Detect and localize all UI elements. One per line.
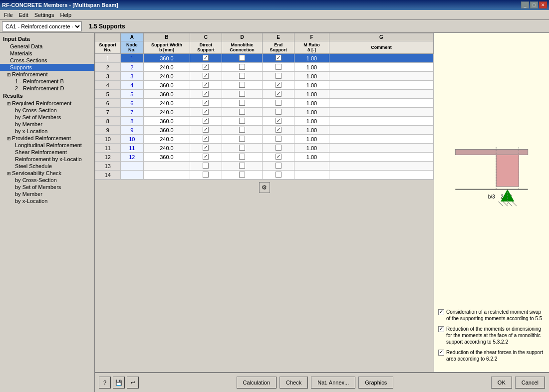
close-button[interactable]: ✕ bbox=[539, 1, 547, 8]
sidebar-item-svc-by-set[interactable]: by Set of Members bbox=[0, 184, 94, 191]
svg-rect-0 bbox=[455, 149, 528, 155]
col-header-f: F bbox=[294, 33, 329, 41]
table-row[interactable]: 11360.01.00 bbox=[95, 54, 434, 63]
svg-line-9 bbox=[503, 201, 508, 206]
sidebar-item-supports[interactable]: Supports bbox=[0, 64, 94, 71]
option-row-3: Reduction of the shear forces in the sup… bbox=[438, 349, 545, 362]
col-subheader-comment: Comment bbox=[329, 41, 433, 54]
table-row[interactable]: 77240.01.00 bbox=[95, 108, 434, 117]
option-row-1: Consideration of a restricted moment swa… bbox=[438, 309, 545, 322]
sidebar-item-provided-reinforcement[interactable]: ⊞Provided Reinforcement bbox=[0, 135, 94, 142]
sidebar-item-reinforcement-b[interactable]: 1 - Reinforcement B bbox=[0, 78, 94, 85]
option-checkbox-1[interactable] bbox=[438, 309, 444, 315]
settings-icon-bar: ⚙ bbox=[95, 180, 434, 195]
table-row[interactable]: 1111240.01.00 bbox=[95, 144, 434, 153]
bottom-bar: ? 💾 ↩ Calculation Check Nat. Annex... Gr… bbox=[95, 372, 549, 392]
option-checkbox-2[interactable] bbox=[438, 326, 444, 332]
window-title: RF-CONCRETE Members - [Multispan Beam] bbox=[2, 2, 118, 8]
table-row[interactable]: 44360.01.00 bbox=[95, 81, 434, 90]
option-text-1: Consideration of a restricted moment swa… bbox=[446, 309, 545, 322]
sidebar-item-required-reinforcement[interactable]: ⊞Required Reinforcement bbox=[0, 100, 94, 107]
table-row[interactable]: 1212360.01.00 bbox=[95, 153, 434, 162]
table-row[interactable]: 55360.01.00 bbox=[95, 90, 434, 99]
support-diagram: b/3 2·b/3 bbox=[438, 37, 545, 307]
sidebar-item-req-by-cross[interactable]: by Cross-Section bbox=[0, 107, 94, 114]
table-settings-button[interactable]: ⚙ bbox=[259, 182, 270, 193]
col-subheader-monolithic: MonolithicConnection bbox=[222, 41, 262, 54]
table-row[interactable]: 33240.01.00 bbox=[95, 72, 434, 81]
menu-file[interactable]: File bbox=[1, 11, 16, 18]
options-panel: Consideration of a restricted moment swa… bbox=[438, 307, 545, 368]
option-text-2: Reduction of the moments or dimensioning… bbox=[446, 326, 545, 345]
col-header-a2: A bbox=[120, 33, 143, 41]
toolbar: CA1 - Reinforced concrete desi 1.5 Suppo… bbox=[0, 20, 549, 33]
table-row[interactable]: 22240.01.00 bbox=[95, 63, 434, 72]
col-subheader-no: SupportNo. bbox=[95, 41, 121, 54]
table-container[interactable]: A B C D E F G SupportNo. NodeNo. bbox=[95, 33, 434, 372]
sidebar-item-svc-by-x[interactable]: by x-Location bbox=[0, 197, 94, 204]
section-title: 1.5 Supports bbox=[84, 23, 125, 30]
col-header-d: D bbox=[222, 33, 262, 41]
help-icon-button[interactable]: ? bbox=[99, 377, 111, 389]
sidebar-item-serviceability[interactable]: ⊞Serviceability Check bbox=[0, 170, 94, 177]
sidebar-item-general-data[interactable]: General Data bbox=[0, 43, 94, 50]
nat-annex-button[interactable]: Nat. Annex... bbox=[311, 377, 355, 389]
cancel-button[interactable]: Cancel bbox=[515, 377, 545, 389]
sidebar-item-longitudinal[interactable]: Longitudinal Reinforcement bbox=[0, 142, 94, 149]
svg-rect-1 bbox=[496, 155, 519, 187]
menu-edit[interactable]: Edit bbox=[16, 11, 31, 18]
col-subheader-node: NodeNo. bbox=[120, 41, 143, 54]
svg-line-8 bbox=[499, 201, 503, 206]
main-window: CA1 - Reinforced concrete desi 1.5 Suppo… bbox=[0, 20, 549, 392]
ok-button[interactable]: OK bbox=[491, 377, 512, 389]
col-header-b: B bbox=[144, 33, 190, 41]
sidebar-item-req-by-member[interactable]: by Member bbox=[0, 121, 94, 128]
case-dropdown[interactable]: CA1 - Reinforced concrete desi bbox=[2, 21, 82, 31]
option-row-2: Reduction of the moments or dimensioning… bbox=[438, 326, 545, 345]
menu-settings[interactable]: Settings bbox=[31, 11, 57, 18]
col-header-a bbox=[95, 33, 121, 41]
calculation-button[interactable]: Calculation bbox=[237, 377, 276, 389]
save-button[interactable]: 💾 bbox=[113, 377, 125, 389]
minimize-button[interactable]: _ bbox=[521, 1, 529, 8]
sidebar-item-shear[interactable]: Shear Reinforcement bbox=[0, 149, 94, 156]
menu-bar: File Edit Settings Help bbox=[0, 10, 549, 20]
svg-text:b/3: b/3 bbox=[488, 194, 495, 199]
support-svg: b/3 2·b/3 bbox=[447, 122, 537, 222]
undo-button[interactable]: ↩ bbox=[127, 377, 139, 389]
table-row[interactable]: 88360.01.00 bbox=[95, 117, 434, 126]
window-controls: _ □ ✕ bbox=[521, 1, 547, 8]
right-content: A B C D E F G SupportNo. NodeNo. bbox=[95, 33, 549, 392]
input-data-label: Input Data bbox=[0, 35, 94, 43]
table-area: A B C D E F G SupportNo. NodeNo. bbox=[95, 33, 549, 372]
table-row[interactable]: 13 bbox=[95, 162, 434, 171]
table-row[interactable]: 14 bbox=[95, 171, 434, 180]
col-subheader-end: EndSupport bbox=[263, 41, 294, 54]
sidebar-item-materials[interactable]: Materials bbox=[0, 50, 94, 57]
sidebar-item-reinforcement[interactable]: ⊞Reinforcement bbox=[0, 71, 94, 78]
results-label: Results bbox=[0, 92, 94, 100]
col-subheader-width: Support Widthb [mm] bbox=[144, 41, 190, 54]
supports-table: A B C D E F G SupportNo. NodeNo. bbox=[95, 33, 434, 180]
sidebar-item-steel-schedule[interactable]: Steel Schedule bbox=[0, 163, 94, 170]
sidebar-item-reinf-by-x[interactable]: Reinforcement by x-Locatio bbox=[0, 156, 94, 163]
sidebar-item-svc-by-cross[interactable]: by Cross-Section bbox=[0, 177, 94, 184]
sidebar-item-req-by-x[interactable]: by x-Location bbox=[0, 128, 94, 135]
table-row[interactable]: 1010240.01.00 bbox=[95, 135, 434, 144]
graphics-button[interactable]: Graphics bbox=[358, 377, 393, 389]
maximize-button[interactable]: □ bbox=[530, 1, 538, 8]
sidebar: Input Data General Data Materials Cross-… bbox=[0, 33, 95, 392]
menu-help[interactable]: Help bbox=[57, 11, 74, 18]
col-subheader-mratio: M Ratioδ [-] bbox=[294, 41, 329, 54]
title-bar: RF-CONCRETE Members - [Multispan Beam] _… bbox=[0, 0, 549, 10]
sidebar-item-svc-by-member[interactable]: by Member bbox=[0, 191, 94, 197]
check-button[interactable]: Check bbox=[279, 377, 308, 389]
sidebar-item-cross-sections[interactable]: Cross-Sections bbox=[0, 57, 94, 64]
option-checkbox-3[interactable] bbox=[438, 350, 444, 356]
option-text-3: Reduction of the shear forces in the sup… bbox=[446, 349, 545, 362]
sidebar-item-reinforcement-d[interactable]: 2 - Reinforcement D bbox=[0, 85, 94, 92]
table-row[interactable]: 66240.01.00 bbox=[95, 99, 434, 108]
table-row[interactable]: 99360.01.00 bbox=[95, 126, 434, 135]
sidebar-item-req-by-set[interactable]: by Set of Members bbox=[0, 114, 94, 121]
graphics-panel: b/3 2·b/3 bbox=[434, 33, 549, 372]
